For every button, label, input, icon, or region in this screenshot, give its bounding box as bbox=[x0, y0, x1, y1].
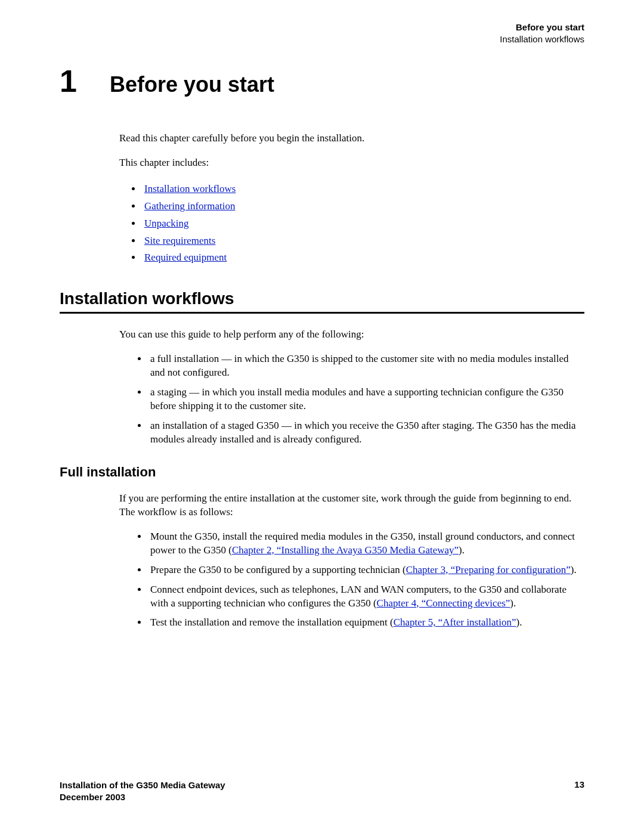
list-item: Mount the G350, install the required med… bbox=[148, 530, 584, 558]
list-item: Connect endpoint devices, such as teleph… bbox=[148, 583, 584, 611]
subsection-heading-full-installation: Full installation bbox=[60, 465, 584, 480]
link-site-requirements[interactable]: Site requirements bbox=[144, 235, 215, 246]
full-installation-list: Mount the G350, install the required med… bbox=[148, 530, 584, 630]
footer-page-number: 13 bbox=[574, 779, 584, 789]
workflow-list: a full installation — in which the G350 … bbox=[148, 352, 584, 447]
item-text: Test the installation and remove the ins… bbox=[150, 617, 394, 628]
list-item: Prepare the G350 to be configured by a s… bbox=[148, 563, 584, 577]
item-text-post: ). bbox=[510, 597, 516, 609]
link-installation-workflows[interactable]: Installation workflows bbox=[144, 183, 236, 194]
section-rule bbox=[60, 312, 584, 314]
section-heading-installation-workflows: Installation workflows bbox=[60, 289, 584, 308]
page-footer: Installation of the G350 Media Gateway D… bbox=[60, 779, 584, 804]
intro-block: Read this chapter carefully before you b… bbox=[119, 132, 584, 267]
subsection-body: If you are performing the entire install… bbox=[119, 492, 584, 630]
list-item: a full installation — in which the G350 … bbox=[148, 352, 584, 380]
chapter-number: 1 bbox=[60, 63, 77, 99]
chapter-title-text: Before you start bbox=[110, 72, 274, 97]
list-item: Unpacking bbox=[142, 215, 584, 233]
header-chapter: Before you start bbox=[500, 21, 584, 33]
list-item: Site requirements bbox=[142, 233, 584, 250]
footer-doc-title: Installation of the G350 Media Gateway bbox=[60, 779, 225, 791]
chapter-heading: 1 Before you start bbox=[60, 63, 584, 99]
link-unpacking[interactable]: Unpacking bbox=[144, 218, 189, 229]
item-text-post: ). bbox=[571, 564, 577, 575]
item-text: Prepare the G350 to be configured by a s… bbox=[150, 564, 406, 575]
chapter-contents-list: Installation workflows Gathering informa… bbox=[142, 181, 584, 267]
link-gathering-information[interactable]: Gathering information bbox=[144, 200, 236, 212]
link-chapter-4[interactable]: Chapter 4, “Connecting devices” bbox=[377, 597, 510, 609]
list-item: Installation workflows bbox=[142, 181, 584, 198]
item-text-post: ). bbox=[459, 544, 465, 556]
footer-date: December 2003 bbox=[60, 791, 225, 803]
list-item: a staging — in which you install media m… bbox=[148, 386, 584, 413]
section-body: You can use this guide to help perform a… bbox=[119, 328, 584, 447]
intro-paragraph-2: This chapter includes: bbox=[119, 156, 584, 170]
running-header: Before you start Installation workflows bbox=[500, 21, 584, 45]
subsection-intro: If you are performing the entire install… bbox=[119, 492, 584, 519]
intro-paragraph-1: Read this chapter carefully before you b… bbox=[119, 132, 584, 145]
header-section: Installation workflows bbox=[500, 33, 584, 45]
link-chapter-3[interactable]: Chapter 3, “Preparing for configuration” bbox=[406, 564, 571, 575]
section-intro: You can use this guide to help perform a… bbox=[119, 328, 584, 342]
link-chapter-2[interactable]: Chapter 2, “Installing the Avaya G350 Me… bbox=[232, 544, 459, 556]
list-item: an installation of a staged G350 — in wh… bbox=[148, 419, 584, 447]
link-chapter-5[interactable]: Chapter 5, “After installation” bbox=[394, 617, 516, 628]
list-item: Required equipment bbox=[142, 249, 584, 267]
list-item: Test the installation and remove the ins… bbox=[148, 616, 584, 630]
list-item: Gathering information bbox=[142, 198, 584, 215]
item-text-post: ). bbox=[516, 617, 522, 628]
link-required-equipment[interactable]: Required equipment bbox=[144, 252, 227, 263]
footer-left: Installation of the G350 Media Gateway D… bbox=[60, 779, 225, 804]
